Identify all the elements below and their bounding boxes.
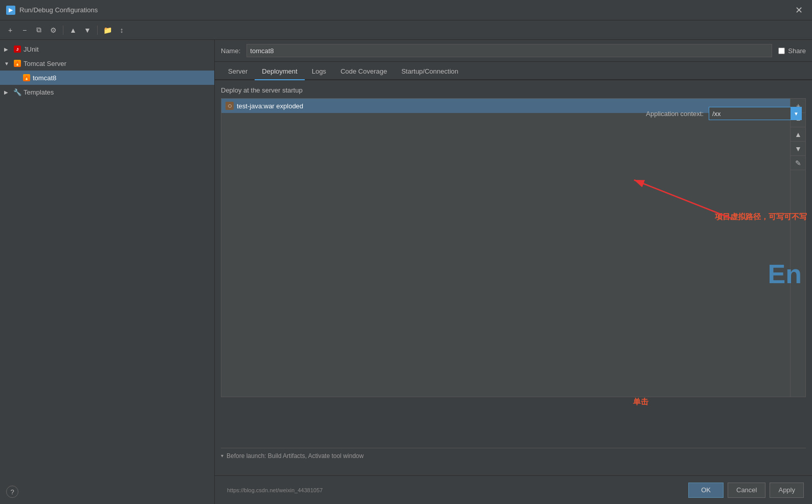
app-context-dropdown[interactable]: ▼ xyxy=(791,107,802,120)
sidebar-item-templates[interactable]: ▶ 🔧 Templates xyxy=(0,85,214,99)
tab-deployment[interactable]: Deployment xyxy=(255,65,304,80)
toolbar-separator-2 xyxy=(97,26,98,35)
help-button[interactable]: ? xyxy=(6,486,18,498)
deploy-down-button[interactable]: ▼ xyxy=(791,142,806,156)
tabs-bar: Server Deployment Logs Code Coverage Sta… xyxy=(215,62,812,80)
window-title: Run/Debug Configurations xyxy=(19,6,98,14)
ok-button[interactable]: OK xyxy=(688,483,724,498)
tab-code-coverage[interactable]: Code Coverage xyxy=(333,65,394,80)
tab-logs[interactable]: Logs xyxy=(305,65,333,80)
tab-code-coverage-label: Code Coverage xyxy=(341,67,387,75)
status-url: https://blog.csdn.net/weixin_44381057 xyxy=(227,487,323,493)
tab-startup-label: Startup/Connection xyxy=(401,67,458,75)
tab-server-label: Server xyxy=(228,67,247,75)
junit-icon: J xyxy=(13,45,21,53)
deploy-up-button[interactable]: ▲ xyxy=(791,127,806,142)
sidebar-item-tomcat8[interactable]: ▶ 🔥 tomcat8 xyxy=(0,71,214,85)
left-panel: ▶ J JUnit ▼ 🔥 Tomcat Server ▶ 🔥 xyxy=(0,40,215,504)
expand-arrow-templates: ▶ xyxy=(4,89,11,95)
tab-server[interactable]: Server xyxy=(221,65,255,80)
right-panel: Name: Share Server Deployment Logs Code … xyxy=(215,40,812,504)
folder-button[interactable]: 📁 xyxy=(101,24,114,36)
app-context-input[interactable] xyxy=(709,107,791,120)
name-label: Name: xyxy=(221,47,240,55)
deploy-item-label: test-java:war exploded xyxy=(237,102,303,110)
close-button[interactable]: ✕ xyxy=(792,5,806,16)
expand-arrow-junit: ▶ xyxy=(4,47,11,52)
annotation-click: 单击 xyxy=(633,397,648,407)
sort-button[interactable]: ↕ xyxy=(116,24,128,36)
sidebar-item-label-tomcat8: tomcat8 xyxy=(33,74,56,82)
cancel-button[interactable]: Cancel xyxy=(728,483,765,498)
remove-config-button[interactable]: − xyxy=(18,24,31,36)
apply-button[interactable]: Apply xyxy=(770,483,804,498)
sidebar-item-junit[interactable]: ▶ J JUnit xyxy=(0,42,214,56)
expand-arrow-tomcat: ▼ xyxy=(4,61,11,66)
move-down-button[interactable]: ▼ xyxy=(81,24,94,36)
toolbar-separator-1 xyxy=(63,26,63,35)
sidebar-item-tomcat-server[interactable]: ▼ 🔥 Tomcat Server xyxy=(0,56,214,71)
share-option: Share xyxy=(778,47,806,55)
tree: ▶ J JUnit ▼ 🔥 Tomcat Server ▶ 🔥 xyxy=(0,40,214,99)
move-up-button[interactable]: ▲ xyxy=(67,24,79,36)
deploy-edit-button[interactable]: ✎ xyxy=(791,156,806,170)
before-launch-label: Before launch: Build Artifacts, Activate… xyxy=(227,452,364,460)
deploy-actions: + − ▲ ▼ ✎ xyxy=(791,98,806,397)
app-icon: ▶ xyxy=(6,6,15,15)
name-input[interactable] xyxy=(246,44,772,57)
copy-config-button[interactable]: ⧉ xyxy=(33,24,45,36)
toolbar: + − ⧉ ⚙ ▲ ▼ 📁 ↕ xyxy=(0,20,812,40)
tab-deployment-label: Deployment xyxy=(262,67,297,75)
deploy-section-label: Deploy at the server startup xyxy=(221,86,806,94)
tab-content-deployment: Deploy at the server startup ⬡ test-java… xyxy=(215,80,812,504)
app-context-input-wrap: ▼ xyxy=(709,107,802,120)
tomcat8-icon: 🔥 xyxy=(22,74,31,82)
sidebar-item-label-junit: JUnit xyxy=(24,45,39,53)
add-config-button[interactable]: + xyxy=(4,24,16,36)
settings-button[interactable]: ⚙ xyxy=(47,24,59,36)
templates-icon: 🔧 xyxy=(13,88,21,96)
share-label: Share xyxy=(788,47,806,55)
tab-logs-label: Logs xyxy=(312,67,326,75)
before-launch-icon: ▾ xyxy=(221,453,223,459)
title-bar-left: ▶ Run/Debug Configurations xyxy=(6,6,98,15)
before-launch: ▾ Before launch: Build Artifacts, Activa… xyxy=(221,448,806,463)
title-bar: ▶ Run/Debug Configurations ✕ xyxy=(0,0,812,20)
war-icon: ⬡ xyxy=(225,102,234,110)
app-context-label: Application context: xyxy=(646,110,704,118)
tab-startup[interactable]: Startup/Connection xyxy=(394,65,465,80)
bottom-bar: https://blog.csdn.net/weixin_44381057 OK… xyxy=(215,475,812,504)
tomcat-server-icon: 🔥 xyxy=(13,59,21,67)
sidebar-item-label-tomcat-server: Tomcat Server xyxy=(24,60,66,67)
deploy-area: ⬡ test-java:war exploded + − ▲ ▼ ✎ Appli… xyxy=(221,98,806,397)
name-bar: Name: Share xyxy=(215,40,812,62)
share-checkbox[interactable] xyxy=(778,48,785,54)
app-context-area: Application context: ▼ xyxy=(646,107,802,120)
sidebar-item-label-templates: Templates xyxy=(24,88,54,96)
main-layout: ▶ J JUnit ▼ 🔥 Tomcat Server ▶ 🔥 xyxy=(0,40,812,504)
deploy-list: ⬡ test-java:war exploded xyxy=(221,98,791,397)
